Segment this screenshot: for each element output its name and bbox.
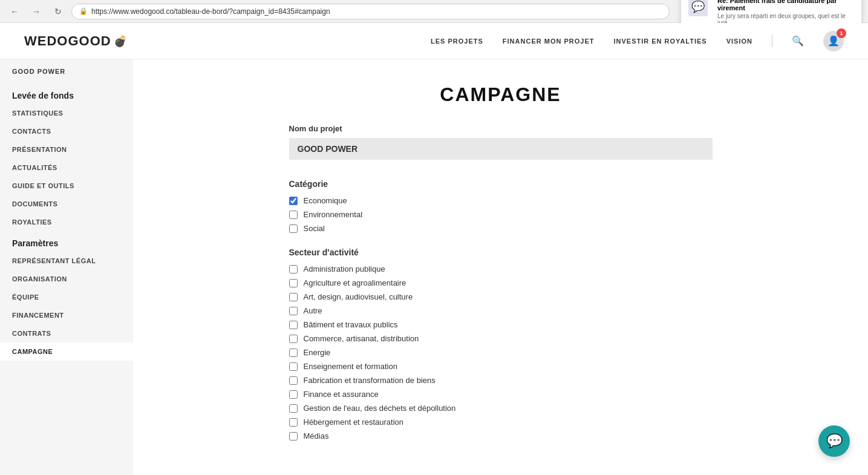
secteur-item-1[interactable]: Agriculture et agroalimentaire	[289, 278, 713, 287]
sidebar-item-guide[interactable]: GUIDE ET OUTILS	[0, 177, 133, 195]
secteur-checkbox-4[interactable]	[289, 321, 298, 329]
secteur-checkbox-12[interactable]	[289, 432, 298, 441]
nav-divider	[772, 35, 772, 47]
nav-links: LES PROJETS FINANCER MON PROJET INVESTIR…	[431, 31, 844, 51]
secteur-checkbox-0[interactable]	[289, 265, 298, 274]
back-button[interactable]: ←	[6, 3, 23, 20]
secteur-item-9[interactable]: Finance et assurance	[289, 390, 713, 399]
category-item-0[interactable]: Economique	[289, 196, 713, 205]
sidebar-item-campagne[interactable]: CAMPAGNE	[0, 342, 133, 361]
sidebar-item-actualites[interactable]: ACTUALITÉS	[0, 159, 133, 177]
secteur-item-2[interactable]: Art, design, audiovisuel, culture	[289, 292, 713, 301]
secteur-label-2: Art, design, audiovisuel, culture	[304, 292, 413, 301]
category-checkbox-2[interactable]	[289, 224, 298, 233]
secteur-label-5: Commerce, artisanat, distribution	[304, 334, 419, 343]
secteur-label-1: Agriculture et agroalimentaire	[304, 278, 406, 287]
url-text: https://www.wedogood.co/tableau-de-bord/…	[91, 7, 330, 16]
sidebar-section-parametres: Paramètres	[0, 231, 133, 252]
category-label-0: Economique	[304, 196, 347, 205]
secteur-checkbox-11[interactable]	[289, 418, 298, 427]
search-icon[interactable]: 🔍	[792, 35, 804, 47]
lock-icon: 🔒	[79, 7, 88, 15]
secteur-checkbox-6[interactable]	[289, 349, 298, 357]
page-wrapper: WEDOGOOD 💣 LES PROJETS FINANCER MON PROJ…	[0, 23, 868, 475]
sidebar-item-contacts[interactable]: CONTACTS	[0, 122, 133, 140]
nav-investir[interactable]: INVESTIR EN ROYALTIES	[613, 38, 706, 45]
sidebar-item-presentation[interactable]: PRÉSENTATION	[0, 140, 133, 159]
secteur-checkbox-3[interactable]	[289, 307, 298, 315]
sidebar-item-financement[interactable]: FINANCEMENT	[0, 306, 133, 324]
notification-icon: 💬	[688, 0, 708, 16]
secteur-item-12[interactable]: Médias	[289, 431, 713, 441]
secteur-checkbox-9[interactable]	[289, 390, 298, 399]
sidebar-item-representant[interactable]: REPRÉSENTANT LÉGAL	[0, 252, 133, 270]
category-item-1[interactable]: Environnemental	[289, 210, 713, 219]
secteur-item-3[interactable]: Autre	[289, 306, 713, 315]
sidebar-project[interactable]: GOOD POWER	[0, 59, 133, 84]
logo-icon: 💣	[114, 34, 128, 48]
secteur-item-7[interactable]: Enseignement et formation	[289, 362, 713, 371]
category-checkbox-0[interactable]	[289, 197, 298, 205]
secteur-checkbox-5[interactable]	[289, 335, 298, 343]
logo[interactable]: WEDOGOOD 💣	[24, 33, 128, 49]
secteur-label-8: Fabrication et transformation de biens	[304, 376, 436, 385]
sidebar-item-royalties[interactable]: ROYALTIES	[0, 213, 133, 231]
category-item-2[interactable]: Social	[289, 224, 713, 233]
nav-vision[interactable]: VISION	[726, 38, 752, 45]
logo-text: WEDOGOOD	[24, 33, 111, 49]
secteur-label-6: Energie	[304, 348, 331, 357]
category-label-2: Social	[304, 224, 325, 233]
sidebar-section-levee: Levée de fonds	[0, 84, 133, 104]
nom-du-projet-label: Nom du projet	[289, 124, 713, 133]
secteur-label: Secteur d'activité	[289, 247, 713, 257]
nav-les-projets[interactable]: LES PROJETS	[431, 38, 483, 45]
user-notification-badge: 1	[837, 28, 846, 38]
secteur-checkbox-7[interactable]	[289, 362, 298, 371]
secteur-checkbox-8[interactable]	[289, 376, 298, 385]
user-icon[interactable]: 👤 1	[823, 31, 844, 51]
body-layout: GOOD POWER Levée de fonds STATISTIQUES C…	[0, 59, 868, 475]
secteur-item-8[interactable]: Fabrication et transformation de biens	[289, 376, 713, 385]
secteur-label-12: Médias	[304, 431, 329, 441]
secteur-label-4: Bâtiment et travaux publics	[304, 320, 398, 329]
secteur-item-11[interactable]: Hébergement et restauration	[289, 418, 713, 427]
form-section: Nom du projet Catégorie EconomiqueEnviro…	[289, 124, 713, 441]
browser-bar: ← → ↻ 🔒 https://www.wedogood.co/tableau-…	[0, 0, 868, 23]
secteur-item-6[interactable]: Energie	[289, 348, 713, 357]
sidebar: GOOD POWER Levée de fonds STATISTIQUES C…	[0, 59, 133, 475]
reload-button[interactable]: ↻	[50, 3, 67, 20]
chat-button[interactable]: 💬	[818, 425, 850, 457]
sidebar-item-equipe[interactable]: ÉQUIPE	[0, 288, 133, 306]
secteur-checkbox-1[interactable]	[289, 279, 298, 287]
forward-button[interactable]: →	[28, 3, 45, 20]
secteurs-group: Administration publiqueAgriculture et ag…	[289, 264, 713, 441]
secteur-label-7: Enseignement et formation	[304, 362, 397, 371]
address-bar[interactable]: 🔒 https://www.wedogood.co/tableau-de-bor…	[71, 4, 670, 19]
secteur-label-10: Gestion de l'eau, des déchets et dépollu…	[304, 404, 456, 413]
secteur-checkbox-10[interactable]	[289, 404, 298, 413]
page-title: CAMPAGNE	[181, 84, 820, 106]
secteur-item-0[interactable]: Administration publique	[289, 264, 713, 274]
secteur-label-0: Administration publique	[304, 264, 385, 274]
notification-title: Re: Paiement frais de candidature par vi…	[717, 0, 854, 11]
secteur-label-11: Hébergement et restauration	[304, 418, 403, 427]
secteur-label-9: Finance et assurance	[304, 390, 379, 399]
main-content: CAMPAGNE Nom du projet Catégorie Economi…	[133, 59, 868, 475]
category-label-1: Environnemental	[304, 210, 363, 219]
top-nav: WEDOGOOD 💣 LES PROJETS FINANCER MON PROJ…	[0, 23, 868, 59]
secteur-checkbox-2[interactable]	[289, 293, 298, 301]
secteur-label-3: Autre	[304, 306, 322, 315]
nav-financer[interactable]: FINANCER MON PROJET	[503, 38, 595, 45]
sidebar-item-statistiques[interactable]: STATISTIQUES	[0, 104, 133, 122]
sidebar-item-contrats[interactable]: CONTRATS	[0, 324, 133, 342]
secteur-item-4[interactable]: Bâtiment et travaux publics	[289, 320, 713, 329]
categories-group: EconomiqueEnvironnementalSocial	[289, 196, 713, 233]
nom-du-projet-input[interactable]	[289, 138, 713, 160]
secteur-item-10[interactable]: Gestion de l'eau, des déchets et dépollu…	[289, 404, 713, 413]
secteur-item-5[interactable]: Commerce, artisanat, distribution	[289, 334, 713, 343]
category-checkbox-1[interactable]	[289, 211, 298, 219]
sidebar-item-documents[interactable]: DOCUMENTS	[0, 195, 133, 213]
sidebar-item-organisation[interactable]: ORGANISATION	[0, 270, 133, 288]
categorie-label: Catégorie	[289, 179, 713, 189]
